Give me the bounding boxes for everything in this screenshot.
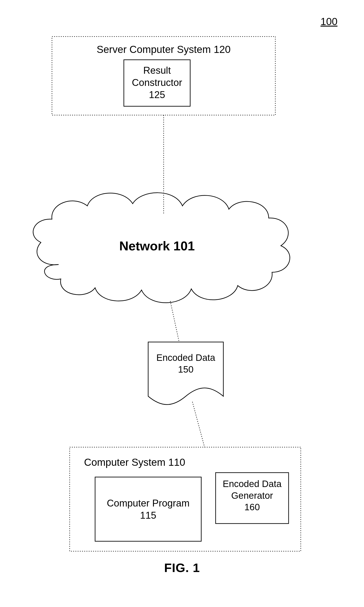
encoded-data-label: Encoded Data 150 (148, 352, 223, 375)
encoded-data-line2: 150 (148, 364, 223, 375)
encoded-data-line1: Encoded Data (148, 352, 223, 364)
connector-network-to-encoded-data (170, 301, 179, 342)
figure-caption: FIG. 1 (0, 561, 364, 575)
diagram-page: 100 Server Computer System 120 Result Co… (0, 0, 364, 607)
server-title: Server Computer System 120 (52, 43, 275, 56)
client-title: Computer System 110 (84, 456, 239, 469)
result-constructor-label: Result Constructor 125 (124, 64, 190, 101)
result-constructor-line2: Constructor (124, 76, 190, 89)
computer-program-line2: 115 (95, 509, 201, 521)
connector-encoded-data-to-client (192, 402, 205, 447)
network-label: Network 101 (95, 238, 219, 254)
figure-reference-number: 100 (320, 15, 338, 28)
generator-line2: Generator (216, 490, 289, 502)
generator-line1: Encoded Data (216, 478, 289, 490)
encoded-data-generator-label: Encoded Data Generator 160 (216, 478, 289, 513)
result-constructor-line3: 125 (124, 89, 190, 101)
generator-line3: 160 (216, 501, 289, 513)
computer-program-line1: Computer Program (95, 497, 201, 509)
result-constructor-line1: Result (124, 64, 190, 76)
computer-program-label: Computer Program 115 (95, 497, 201, 521)
